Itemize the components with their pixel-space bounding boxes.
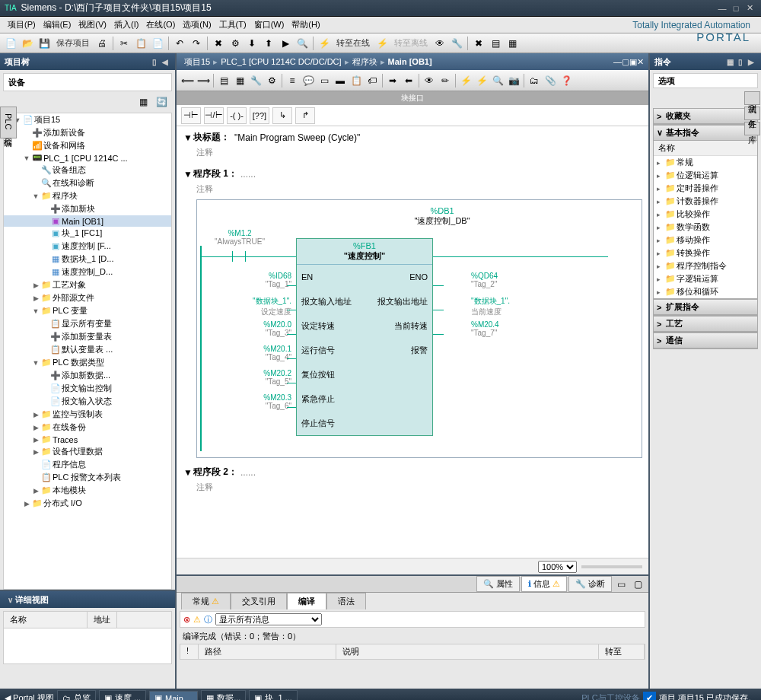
window-icon[interactable]: ▦ (505, 36, 520, 51)
cat-expand-icon[interactable]: ▸ (657, 211, 664, 218)
instruction-category[interactable]: ▸📁转换操作 (654, 247, 757, 259)
accordion-header[interactable]: >收藏夹 (654, 109, 757, 124)
network2-comment[interactable]: 注释 (183, 480, 642, 495)
box-icon[interactable]: [??] (250, 107, 269, 124)
coil-icon[interactable]: -( )- (227, 107, 247, 124)
menu-options[interactable]: 选项(N) (180, 18, 214, 32)
search-icon[interactable]: 🔍 (295, 36, 310, 51)
open-project-icon[interactable]: 📂 (20, 36, 35, 51)
menu-online[interactable]: 在线(O) (143, 18, 178, 32)
test-icon[interactable]: 🔍 (490, 73, 505, 88)
menu-project[interactable]: 项目(P) (5, 18, 39, 32)
block-title-row[interactable]: ▼ 块标题： "Main Program Sweep (Cycle)" (183, 129, 642, 145)
msg-col-icon[interactable]: ! (180, 644, 199, 659)
input-tag[interactable]: %M20.0"Tag_3" (212, 320, 291, 337)
go-offline-icon[interactable]: ⚡ (374, 36, 390, 51)
maximize-icon[interactable]: □ (729, 4, 743, 13)
cat-expand-icon[interactable]: ▸ (657, 185, 664, 192)
tree-node[interactable]: ▼📟PLC_1 [CPU 1214C ... (4, 152, 171, 164)
expand-icon[interactable]: ▭ (317, 73, 332, 88)
subtab-general[interactable]: 常规 ⚠ (181, 593, 231, 609)
tree-node[interactable]: ▣Main [OB1] (4, 215, 171, 227)
contact-nc-icon[interactable]: ⊣/⊢ (204, 107, 224, 124)
acc-chevron-icon[interactable]: > (657, 320, 666, 329)
cat-expand-icon[interactable]: ▸ (657, 262, 664, 270)
tree-expander-icon[interactable]: ▼ (31, 307, 40, 315)
tree-expander-icon[interactable]: ▼ (31, 192, 40, 200)
tree-node[interactable]: 📄程序信息 (4, 458, 171, 471)
device-refresh-icon[interactable]: 🔄 (154, 94, 169, 110)
sb-tab-data[interactable]: ▦ 数据... (201, 690, 246, 700)
instruction-category[interactable]: ▸📁定时器操作 (654, 182, 757, 195)
cat-expand-icon[interactable]: ▸ (657, 288, 664, 296)
new-project-icon[interactable]: 📄 (3, 36, 18, 51)
branch-open-icon[interactable]: ↳ (272, 107, 292, 124)
cut-icon[interactable]: ✂ (116, 36, 132, 51)
output-tag[interactable]: %M20.4"Tag_7" (471, 320, 499, 337)
struct-icon[interactable]: 🗂 (527, 73, 542, 88)
fb-call-box[interactable]: %FB1 "速度控制" ENENO 报文输入地址报文输出地址设定转速当前转速运行… (296, 238, 433, 436)
sb-tab-speed[interactable]: ▣ 速度 ... (99, 690, 146, 700)
tree-node[interactable]: ▶📁工艺对象 (4, 278, 171, 291)
contact-tag[interactable]: %M1.2 "AlwaysTRUE" (209, 229, 270, 246)
prev-icon[interactable]: ⬅ (401, 73, 416, 88)
bc-blocks[interactable]: 程序块 (349, 56, 380, 68)
tree-node[interactable]: ▦数据块_1 [D... (4, 253, 171, 266)
undo-icon[interactable]: ↶ (172, 36, 187, 51)
network2-collapse-icon[interactable]: ▼ (183, 467, 193, 478)
tree-node[interactable]: ➕添加新设备 (4, 126, 171, 139)
bc-main[interactable]: Main [OB1] (385, 57, 435, 66)
menu-tools[interactable]: 工具(T) (216, 18, 250, 32)
instruction-category[interactable]: ▸📁常规 (654, 156, 757, 169)
tab-diagnostics[interactable]: 🔧 诊断 (568, 576, 612, 592)
minimize-icon[interactable]: — (715, 4, 729, 13)
print-icon[interactable]: 🖨 (94, 36, 110, 51)
tree-expander-icon[interactable]: ▼ (31, 359, 40, 367)
tree-node[interactable]: ➕添加新块 (4, 202, 171, 215)
tree-node[interactable]: ▶📁本地模块 (4, 484, 171, 497)
accordion-header[interactable]: >扩展指令 (654, 300, 757, 315)
accordion-header[interactable]: ∨基本指令 (654, 126, 757, 141)
acc-chevron-icon[interactable]: > (657, 336, 666, 345)
tree-node[interactable]: ▼📁PLC 数据类型 (4, 356, 171, 369)
input-tag[interactable]: %ID68"Tag_1" (212, 272, 291, 288)
cat-expand-icon[interactable]: ▸ (657, 224, 664, 231)
split-icon[interactable]: ▤ (488, 36, 503, 51)
tree-node[interactable]: 📄报文输入状态 (4, 395, 171, 408)
inspector-max-icon[interactable]: ▢ (630, 577, 645, 592)
tree-node[interactable]: ➕添加新数据... (4, 369, 171, 382)
tab-info[interactable]: ℹ 信息 ⚠ (521, 576, 567, 592)
zoom-slider[interactable] (581, 565, 642, 568)
menu-help[interactable]: 帮助(H) (288, 18, 323, 32)
comment-icon[interactable]: 💬 (301, 73, 316, 88)
accordion-header[interactable]: >工艺 (654, 317, 757, 332)
network1-header[interactable]: ▼ 程序段 1： ...... (183, 166, 642, 182)
tree-node[interactable]: 📄报文输出控制 (4, 382, 171, 395)
right-vtab-libs[interactable]: 库 (744, 122, 760, 135)
align-icon[interactable]: ≡ (285, 73, 300, 88)
tree-expander-icon[interactable]: ▶ (31, 411, 40, 418)
ladder-editor[interactable]: ▼ 块标题： "Main Program Sweep (Cycle)" 注释 ▼… (177, 126, 648, 558)
right-vtab-test[interactable]: 测试 (744, 91, 760, 105)
error-icon[interactable]: ⊗ (183, 615, 190, 625)
go-online-icon[interactable]: ⚡ (317, 36, 332, 51)
left-vtab-plc-programming[interactable]: PLC 编程 (0, 107, 17, 138)
tree-node[interactable]: ➕添加新变量表 (4, 330, 171, 343)
msg-col-desc[interactable]: 说明 (336, 644, 599, 659)
instruction-category[interactable]: ▸📁比较操作 (654, 208, 757, 221)
tree-expander-icon[interactable]: ▶ (31, 448, 40, 456)
instruction-category[interactable]: ▸📁程序控制指令 (654, 259, 757, 272)
tree-expander-icon[interactable]: ▶ (22, 500, 31, 508)
input-tag[interactable]: %M20.2"Tag_5" (212, 369, 291, 386)
cross-ref-icon[interactable]: ✖ (471, 36, 486, 51)
tree-node[interactable]: 📋PLC 报警文本列表 (4, 471, 171, 484)
editor-close-icon[interactable]: ✕ (637, 57, 644, 67)
insert-element-icon[interactable]: ▦ (232, 73, 247, 88)
editor-max-icon[interactable]: ▢ (622, 57, 629, 67)
editor-restore-icon[interactable]: ▣ (629, 57, 637, 67)
help-icon[interactable]: ❓ (559, 73, 574, 88)
subtab-syntax[interactable]: 语法 (326, 593, 366, 609)
menu-window[interactable]: 窗口(W) (251, 18, 288, 32)
network1-collapse-icon[interactable]: ▼ (183, 169, 193, 180)
input-tag[interactable]: %M20.1"Tag_4" (212, 345, 291, 361)
